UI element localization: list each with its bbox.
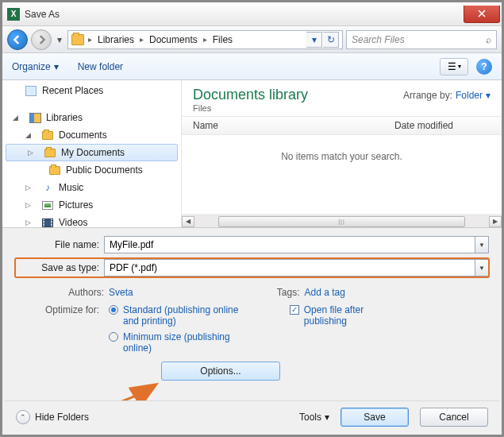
expand-icon[interactable]: ▷ [25, 202, 32, 209]
search-icon: ⌕ [486, 34, 491, 45]
library-title: Documents library [193, 87, 308, 103]
expand-icon[interactable]: ▷ [27, 149, 34, 157]
filename-input[interactable]: MyFile.pdf [104, 236, 475, 253]
history-dropdown[interactable]: ▾ [55, 34, 64, 45]
main-pane: Recent Places ◢Libraries ◢Documents ▷My … [2, 80, 502, 228]
help-button[interactable]: ? [476, 59, 492, 75]
radio-standard[interactable]: Standard (publishing online and printing… [109, 304, 258, 327]
column-headers[interactable]: Name Date modified [182, 116, 502, 135]
optimize-label: Optimize for: [15, 304, 104, 315]
libraries-icon [29, 113, 41, 123]
scroll-left[interactable]: ◀ [182, 216, 194, 227]
scroll-right[interactable]: ▶ [489, 216, 502, 227]
chevron-right-icon: ▸ [137, 35, 146, 44]
radio-minimum[interactable]: Minimum size (publishing online) [109, 331, 258, 354]
tools-dropdown[interactable]: Tools▾ [299, 412, 329, 423]
filename-label: File name: [15, 239, 104, 250]
sidebar-item-pictures[interactable]: ▷Pictures [2, 196, 181, 214]
saveastype-label: Save as type: [15, 262, 104, 273]
saveastype-input[interactable]: PDF (*.pdf) [104, 259, 475, 277]
breadcrumb-item[interactable]: Files [211, 34, 234, 45]
save-button[interactable]: Save [340, 408, 409, 427]
sidebar-item-libraries[interactable]: ◢Libraries [2, 109, 181, 126]
folder-icon [71, 34, 84, 45]
search-input[interactable]: Search Files ⌕ [346, 30, 497, 49]
excel-icon: X [7, 8, 20, 21]
chevron-down-icon: ▾ [458, 63, 461, 70]
search-placeholder: Search Files [352, 34, 405, 45]
nav-bar: ▾ ▸ Libraries ▸ Documents ▸ Files ▾ ↻ Se… [2, 26, 502, 53]
column-date[interactable]: Date modified [394, 120, 453, 131]
sidebar-item-mydocuments[interactable]: ▷My Documents [6, 144, 178, 161]
window-title: Save As [25, 9, 60, 20]
options-button[interactable]: Options... [161, 362, 280, 381]
music-icon [45, 182, 50, 193]
sidebar-item-music[interactable]: ▷Music [2, 179, 181, 196]
arrange-by[interactable]: Arrange by: Folder ▾ [403, 90, 491, 101]
folder-icon [44, 149, 56, 157]
organize-button[interactable]: Organize▾ [12, 61, 59, 72]
chevron-down-icon: ▾ [325, 412, 329, 423]
footer: ⌃ Hide Folders Tools▾ Save Cancel [5, 400, 499, 432]
recent-icon [25, 86, 37, 96]
hide-folders-button[interactable]: ⌃ Hide Folders [16, 410, 89, 424]
filename-dropdown[interactable]: ▼ [475, 236, 489, 253]
folder-icon [49, 166, 60, 175]
authors-label: Authors: [15, 287, 104, 298]
view-button[interactable]: ☰▾ [440, 58, 468, 75]
chevron-down-icon: ▾ [54, 61, 59, 72]
sidebar-item-documents[interactable]: ◢Documents [2, 126, 181, 144]
h-scrollbar[interactable]: ◀ ||| ▶ [182, 215, 502, 227]
folder-icon [42, 131, 53, 140]
videos-icon [42, 218, 53, 227]
radio-icon [109, 332, 118, 342]
scroll-thumb[interactable]: ||| [218, 216, 465, 227]
authors-value[interactable]: Sveta [109, 287, 133, 298]
chevron-right-icon: ▸ [201, 35, 210, 44]
cancel-button[interactable]: Cancel [420, 408, 488, 427]
checkbox-icon: ✓ [290, 305, 299, 315]
sidebar-item-publicdocs[interactable]: Public Documents [2, 161, 181, 179]
list-icon: ☰ [448, 61, 456, 72]
chevron-down-icon: ▾ [486, 90, 491, 101]
chevron-up-icon: ⌃ [16, 410, 30, 424]
refresh-button[interactable]: ↻ [323, 32, 339, 48]
collapse-icon[interactable]: ◢ [12, 114, 19, 122]
checkbox-open-after[interactable]: ✓Open file after publishing [290, 304, 489, 327]
empty-message: No items match your search. [182, 135, 502, 215]
collapse-icon[interactable]: ◢ [25, 132, 32, 139]
tags-value[interactable]: Add a tag [305, 287, 345, 298]
expand-icon[interactable]: ▷ [25, 184, 32, 191]
sidebar-item-recent[interactable]: Recent Places [2, 82, 181, 99]
form-area: File name: MyFile.pdf ▼ Save as type: PD… [2, 228, 502, 385]
expand-icon[interactable]: ▷ [25, 219, 32, 226]
content-pane: Documents library Files Arrange by: Fold… [182, 80, 502, 227]
tags-label: Tags: [252, 287, 300, 298]
saveastype-dropdown[interactable]: ▼ [475, 259, 489, 277]
radio-icon [109, 305, 118, 315]
toolbar: Organize▾ New folder ☰▾ ? [2, 53, 502, 80]
breadcrumb[interactable]: ▸ Libraries ▸ Documents ▸ Files ▾ ↻ [67, 30, 343, 49]
titlebar: X Save As [2, 2, 502, 26]
column-name[interactable]: Name [193, 120, 394, 131]
close-button[interactable] [464, 6, 500, 23]
sidebar: Recent Places ◢Libraries ◢Documents ▷My … [2, 80, 182, 227]
chevron-right-icon: ▸ [86, 35, 94, 44]
sidebar-item-videos[interactable]: ▷Videos [2, 214, 181, 227]
pictures-icon [42, 201, 53, 210]
breadcrumb-item[interactable]: Libraries [96, 34, 136, 45]
forward-button[interactable] [31, 29, 52, 50]
new-folder-button[interactable]: New folder [78, 61, 123, 72]
breadcrumb-dropdown[interactable]: ▾ [306, 32, 322, 48]
library-subtitle: Files [193, 103, 308, 113]
back-button[interactable] [7, 29, 28, 50]
breadcrumb-item[interactable]: Documents [148, 34, 199, 45]
